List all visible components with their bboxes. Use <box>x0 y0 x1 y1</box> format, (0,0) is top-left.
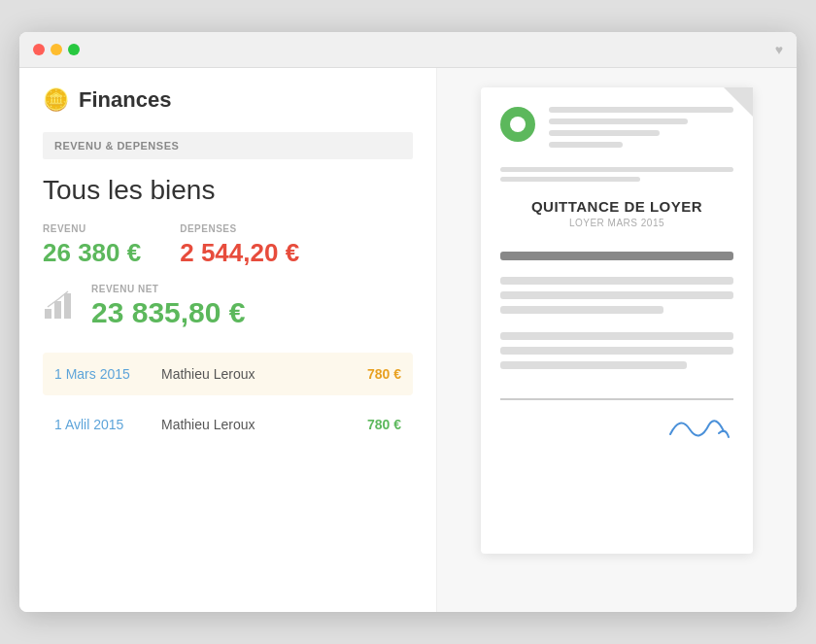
receipt-line <box>500 167 733 172</box>
receipt-subtitle: LOYER MARS 2015 <box>500 218 733 228</box>
browser-titlebar: ♥ <box>19 32 797 68</box>
left-panel: 🪙 Finances REVENU & DEPENSES Tous les bi… <box>19 68 437 612</box>
receipt-logo-area <box>500 107 733 153</box>
transaction-date-2: 1 Avlil 2015 <box>54 417 161 432</box>
net-label: REVENU NET <box>91 284 245 294</box>
receipt-top-lines <box>500 167 733 182</box>
receipt-line <box>549 107 733 113</box>
receipt-line <box>549 130 660 136</box>
transaction-amount-2: 780 € <box>367 417 401 432</box>
transaction-name-1: Mathieu Leroux <box>161 366 367 382</box>
receipt-line <box>549 142 623 148</box>
receipt-line <box>500 177 640 182</box>
revenu-value: 26 380 € <box>43 238 141 268</box>
receipt-line <box>500 332 733 340</box>
receipt-logo-icon <box>500 107 535 142</box>
transaction-date-1: 1 Mars 2015 <box>54 366 161 382</box>
transaction-row[interactable]: 1 Mars 2015 Mathieu Leroux 780 € <box>43 353 413 395</box>
section-title: Tous les biens <box>43 175 413 206</box>
section-label: REVENU & DEPENSES <box>43 132 413 159</box>
receipt-title-area: QUITTANCE DE LOYER LOYER MARS 2015 <box>500 186 733 240</box>
receipt-line <box>549 119 688 124</box>
transaction-name-2: Mathieu Leroux <box>161 417 367 432</box>
chart-icon <box>43 286 78 327</box>
receipt-title: QUITTANCE DE LOYER <box>500 198 733 215</box>
browser-content: 🪙 Finances REVENU & DEPENSES Tous les bi… <box>19 68 797 612</box>
browser-window: ♥ 🪙 Finances REVENU & DEPENSES Tous les … <box>19 32 797 612</box>
app-header: 🪙 Finances <box>43 87 413 113</box>
net-value: 23 835,80 € <box>91 296 245 329</box>
revenu-block: REVENU 26 380 € <box>43 223 141 268</box>
receipt-line <box>500 347 733 355</box>
receipt-line <box>500 306 663 314</box>
receipt-corner <box>724 87 753 117</box>
app-title: Finances <box>79 87 171 113</box>
transaction-row[interactable]: 1 Avlil 2015 Mathieu Leroux 780 € <box>43 403 413 446</box>
receipt-line <box>500 291 733 299</box>
net-block: REVENU NET 23 835,80 € <box>91 284 245 329</box>
svg-rect-2 <box>64 293 71 319</box>
receipt-line <box>500 361 687 369</box>
right-panel: QUITTANCE DE LOYER LOYER MARS 2015 <box>437 68 797 612</box>
receipt-header-lines <box>549 107 733 153</box>
transaction-amount-1: 780 € <box>367 366 401 382</box>
browser-controls <box>33 44 80 55</box>
maximize-button[interactable] <box>68 44 80 55</box>
receipt-card: QUITTANCE DE LOYER LOYER MARS 2015 <box>481 87 753 554</box>
receipt-line <box>500 252 733 260</box>
svg-rect-1 <box>54 301 61 319</box>
receipt-body-lines <box>500 252 733 369</box>
receipt-line <box>500 277 733 285</box>
heart-icon: ♥ <box>775 42 783 57</box>
coins-icon: 🪙 <box>43 87 69 113</box>
signature-area <box>500 398 733 451</box>
depenses-label: DEPENSES <box>180 223 299 234</box>
net-row: REVENU NET 23 835,80 € <box>43 284 413 329</box>
revenu-label: REVENU <box>43 223 141 234</box>
depenses-value: 2 544,20 € <box>180 238 299 268</box>
minimize-button[interactable] <box>51 44 62 55</box>
signature-icon <box>665 410 733 451</box>
svg-rect-0 <box>45 309 51 319</box>
close-button[interactable] <box>33 44 45 55</box>
depenses-block: DEPENSES 2 544,20 € <box>180 223 299 268</box>
stats-row: REVENU 26 380 € DEPENSES 2 544,20 € <box>43 223 413 268</box>
